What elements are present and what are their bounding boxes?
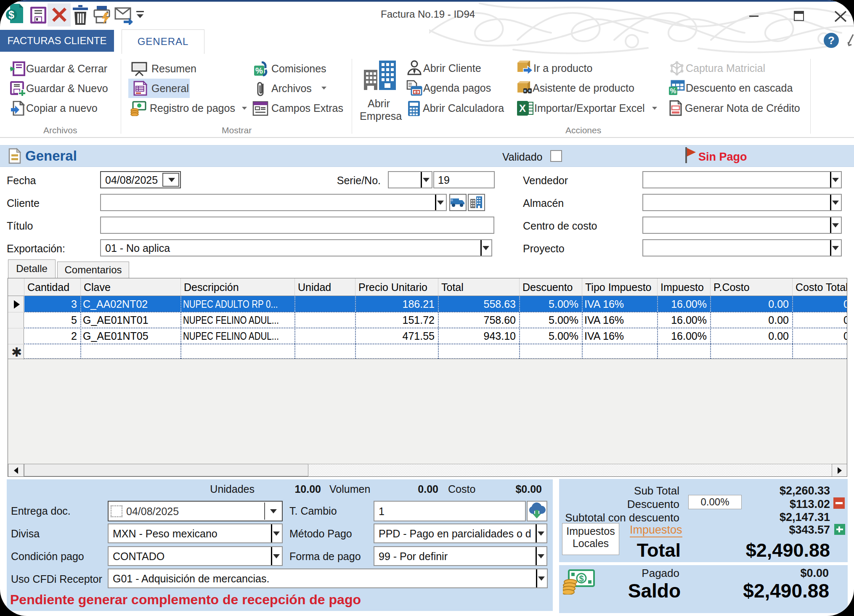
svg-text:$: $ xyxy=(579,574,583,583)
svg-text:%: % xyxy=(670,87,676,95)
svg-text:%: % xyxy=(255,66,263,75)
svg-text:X: X xyxy=(519,103,526,114)
svg-text:$: $ xyxy=(8,9,14,21)
